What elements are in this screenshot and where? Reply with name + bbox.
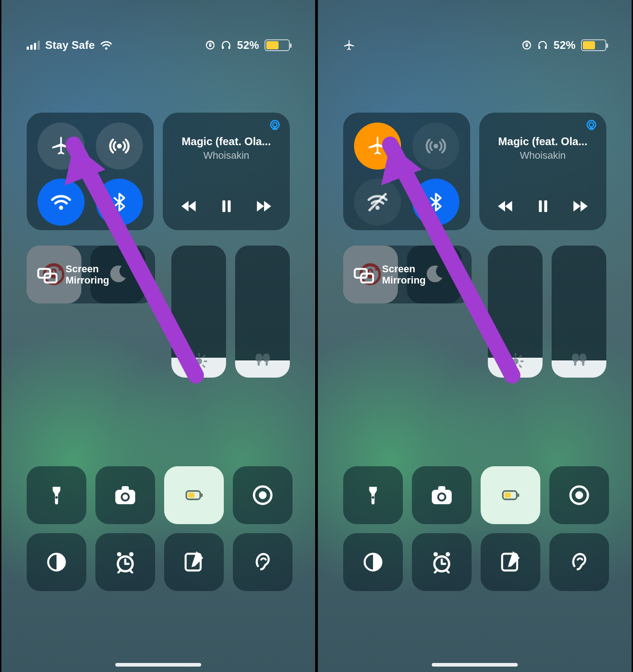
play-pause-button[interactable] [214,194,239,218]
volume-slider[interactable] [235,246,290,378]
volume-slider[interactable] [552,246,606,378]
prev-track-button[interactable] [493,194,517,218]
screen-mirroring-icon [37,264,57,285]
cell-signal-icon [27,41,40,50]
status-bar: Stay Safe 52% [1,0,315,90]
now-playing-card[interactable]: Magic (feat. Ola... Whoisakin [163,113,290,230]
dark-mode-button[interactable] [343,533,403,591]
control-center-panel: Magic (feat. Ola... Whoisakin [27,113,290,591]
brightness-slider[interactable] [171,246,226,378]
flashlight-button[interactable] [27,466,86,524]
next-track-button[interactable] [568,194,593,218]
battery-icon [265,39,290,51]
airplay-icon[interactable] [585,119,598,134]
airplane-status-icon [343,39,355,51]
next-track-button[interactable] [252,194,276,218]
hearing-icon [252,551,273,573]
bluetooth-toggle[interactable] [412,179,459,226]
home-indicator[interactable] [432,663,518,667]
screen-mirroring-button[interactable]: ScreenMirroring [27,246,155,303]
connectivity-card[interactable] [27,113,154,230]
connectivity-card[interactable] [343,113,470,230]
hearing-icon [569,551,590,573]
hearing-button[interactable] [549,533,609,591]
quick-note-icon [500,551,521,573]
airplane-mode-toggle[interactable] [38,123,85,170]
wifi-icon [51,192,71,213]
screen-record-icon [568,484,590,506]
quick-note-button[interactable] [481,533,540,591]
flashlight-button[interactable] [343,466,403,524]
wifi-toggle[interactable] [354,179,401,226]
track-artist: Whoisakin [487,150,598,161]
now-playing-card[interactable]: Magic (feat. Ola... Whoisakin [479,113,606,230]
low-power-icon [497,486,524,504]
headphones-icon [221,40,231,51]
cellular-icon [425,136,446,156]
screen-mirroring-label: ScreenMirroring [66,263,109,286]
battery-percent: 52% [237,39,259,52]
brightness-icon [191,353,207,369]
camera-button[interactable] [95,466,155,524]
earbuds-volume-icon [253,350,272,369]
battery-percent: 52% [553,39,576,52]
screen-mirroring-icon [353,264,374,285]
quick-note-icon [183,551,205,573]
home-indicator[interactable] [115,663,201,667]
bluetooth-icon [110,192,128,213]
wifi-status-icon [100,39,112,51]
airplay-icon[interactable] [268,119,282,134]
headphones-icon [537,40,548,51]
alarm-button[interactable] [412,533,472,591]
orientation-lock-status-icon [205,40,215,50]
low-power-mode-button[interactable] [481,466,540,524]
cellular-data-toggle[interactable] [96,123,143,170]
wifi-toggle[interactable] [38,179,85,226]
screen-record-button[interactable] [233,466,293,524]
track-artist: Whoisakin [171,150,282,161]
prev-track-button[interactable] [176,194,201,218]
hearing-button[interactable] [233,533,293,591]
wifi-off-icon [367,192,388,213]
brightness-icon [507,353,524,369]
battery-icon [581,39,606,51]
screen-mirroring-button[interactable]: ScreenMirroring [343,246,472,303]
track-title: Magic (feat. Ola... [171,135,282,148]
phone-right: 52% Magic (feat. Ola... Whoisakin [316,0,633,672]
earbuds-volume-icon [570,350,589,369]
cellular-icon [109,136,130,156]
flashlight-icon [363,483,383,507]
control-center-panel: Magic (feat. Ola... Whoisakin [343,113,606,591]
phone-left: Stay Safe 52% Magic (feat. Ola... Whoisa… [0,0,316,672]
brightness-slider[interactable] [488,246,543,378]
bluetooth-icon [427,192,445,213]
camera-icon [113,483,137,507]
alarm-button[interactable] [95,533,155,591]
screen-mirroring-label: ScreenMirroring [382,263,426,286]
dark-mode-icon [46,551,67,573]
airplane-mode-toggle[interactable] [354,123,401,170]
flashlight-icon [47,483,66,507]
carrier-name: Stay Safe [45,39,95,52]
track-title: Magic (feat. Ola... [487,135,598,148]
low-power-icon [181,486,207,504]
screen-record-icon [251,484,274,506]
screen-record-button[interactable] [549,466,609,524]
bluetooth-toggle[interactable] [96,179,143,226]
play-pause-button[interactable] [531,194,555,218]
cellular-data-toggle[interactable] [412,123,459,170]
camera-icon [430,483,453,507]
alarm-icon [114,551,137,573]
airplane-icon [51,136,71,156]
alarm-icon [430,551,453,573]
dark-mode-button[interactable] [27,533,86,591]
low-power-mode-button[interactable] [164,466,224,524]
camera-button[interactable] [412,466,472,524]
comparison-stage: Stay Safe 52% Magic (feat. Ola... Whoisa… [0,0,633,672]
quick-note-button[interactable] [164,533,224,591]
status-bar: 52% [318,0,632,90]
orientation-lock-status-icon [522,40,532,50]
dark-mode-icon [362,551,384,573]
airplane-icon [367,136,388,156]
